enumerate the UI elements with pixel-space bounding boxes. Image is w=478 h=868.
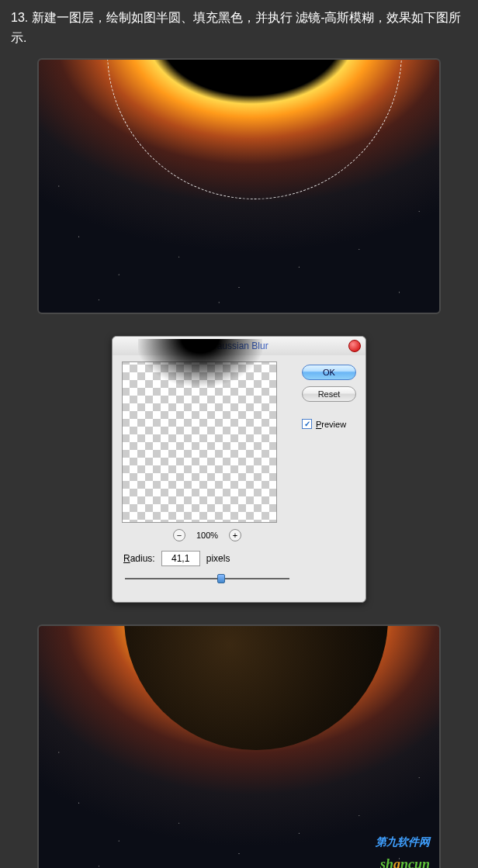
result-image-before <box>37 58 441 314</box>
wm-a: sh <box>380 856 393 868</box>
radius-row: Radius: pixels <box>122 548 293 569</box>
zoom-out-button[interactable]: − <box>173 529 185 541</box>
check-icon: ✓ <box>304 420 310 428</box>
wm-b: a <box>393 856 400 868</box>
result-image-after: 第九软件网 shancun <box>37 624 441 868</box>
preview-label-rest: review <box>321 420 346 429</box>
instruction-text: 新建一图层，绘制如图半圆、填充黑色，并执行 滤镜-高斯模糊，效果如下图所示. <box>11 11 461 44</box>
step-instruction: 13. 新建一图层，绘制如图半圆、填充黑色，并执行 滤镜-高斯模糊，效果如下图所… <box>0 0 478 54</box>
step-number: 13. <box>11 11 28 24</box>
radius-mnemonic: R <box>123 553 130 564</box>
radius-slider[interactable] <box>125 574 289 583</box>
minus-icon: − <box>177 531 182 540</box>
preview-checkbox-label: Preview <box>316 420 346 429</box>
radius-label-rest: adius: <box>130 553 155 564</box>
wm-c: ncun <box>400 856 430 868</box>
dialog-body: − 100% + Radius: pixels OK Reset ✓ Previ… <box>113 355 365 602</box>
gaussian-blur-dialog: Gaussian Blur − 100% + Radius: pixels <box>112 336 366 603</box>
slider-track <box>125 578 289 579</box>
radius-input[interactable] <box>161 551 200 566</box>
zoom-in-button[interactable]: + <box>229 529 241 541</box>
watermark-text-2: shancun <box>380 856 430 868</box>
slider-thumb[interactable] <box>217 574 225 583</box>
plus-icon: + <box>233 531 237 540</box>
preview-checkbox-row[interactable]: ✓ Preview <box>302 419 356 429</box>
ok-button[interactable]: OK <box>302 365 356 380</box>
preview-content <box>138 339 262 424</box>
button-column: OK Reset ✓ Preview <box>302 361 356 588</box>
reset-button[interactable]: Reset <box>302 386 356 402</box>
zoom-percent: 100% <box>196 531 218 540</box>
watermark-text-1: 第九软件网 <box>376 835 430 849</box>
preview-column: − 100% + Radius: pixels <box>122 361 293 588</box>
filter-preview[interactable] <box>122 361 277 523</box>
radius-unit: pixels <box>206 553 230 564</box>
close-icon[interactable] <box>348 340 361 352</box>
zoom-controls: − 100% + <box>122 523 293 548</box>
preview-checkbox[interactable]: ✓ <box>302 419 312 429</box>
radius-label: Radius: <box>123 553 155 564</box>
